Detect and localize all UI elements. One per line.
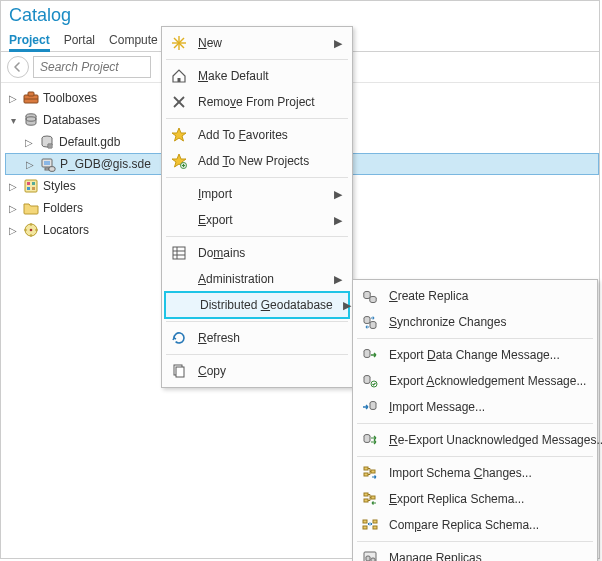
svg-rect-52: [364, 499, 368, 502]
tab-portal[interactable]: Portal: [64, 30, 95, 51]
svg-rect-49: [364, 473, 368, 476]
menu-import[interactable]: Import ▶: [164, 181, 350, 207]
menu-export-data-change[interactable]: Export Data Change Message...: [355, 342, 595, 368]
svg-rect-13: [27, 187, 30, 190]
svg-marker-28: [172, 128, 186, 141]
menu-label: Export Data Change Message...: [389, 348, 587, 362]
menu-separator: [166, 236, 348, 237]
menu-label: Add To New Projects: [198, 154, 342, 168]
menu-export-schema[interactable]: Export Replica Schema...: [355, 486, 595, 512]
expand-icon[interactable]: ▷: [24, 159, 36, 170]
expand-icon[interactable]: ▷: [23, 137, 35, 148]
menu-manage-replicas[interactable]: Manage Replicas: [355, 545, 595, 561]
tree-label: Default.gdb: [59, 135, 120, 149]
back-button[interactable]: [7, 56, 29, 78]
toolbox-icon: [23, 90, 39, 106]
blank-icon: [172, 296, 190, 314]
menu-export-ack[interactable]: Export Acknowledgement Message...: [355, 368, 595, 394]
tab-project[interactable]: Project: [9, 30, 50, 51]
menu-separator: [166, 59, 348, 60]
menu-label: Import: [198, 187, 324, 201]
menu-label: Distributed Geodatabase: [200, 298, 333, 312]
menu-label: Manage Replicas: [389, 551, 587, 561]
search-input[interactable]: [33, 56, 151, 78]
menu-label: Export: [198, 213, 324, 227]
submenu-arrow-icon: ▶: [343, 299, 351, 312]
sde-database-icon: [40, 156, 56, 172]
menu-label: Create Replica: [389, 289, 587, 303]
menu-reexport-unack[interactable]: Re-Export Unacknowledged Messages...: [355, 427, 595, 453]
svg-rect-7: [44, 161, 50, 165]
tree-label: Locators: [43, 223, 89, 237]
menu-label: Refresh: [198, 331, 342, 345]
home-icon: [170, 67, 188, 85]
menu-administration[interactable]: Administration ▶: [164, 266, 350, 292]
menu-label: New: [198, 36, 324, 50]
collapse-icon[interactable]: ▾: [7, 115, 19, 126]
tree-label: Databases: [43, 113, 100, 127]
menu-export[interactable]: Export ▶: [164, 207, 350, 233]
menu-import-schema[interactable]: Import Schema Changes...: [355, 460, 595, 486]
styles-icon: [23, 178, 39, 194]
svg-rect-33: [173, 247, 185, 259]
svg-rect-12: [32, 182, 35, 185]
expand-icon[interactable]: ▷: [7, 181, 19, 192]
svg-rect-14: [32, 187, 35, 190]
menu-label: Export Replica Schema...: [389, 492, 587, 506]
submenu-distributed-geodatabase: Create Replica Synchronize Changes Expor…: [352, 279, 598, 561]
expand-icon[interactable]: ▷: [7, 203, 19, 214]
menu-label: Add To Favorites: [198, 128, 342, 142]
menu-synchronize-changes[interactable]: Synchronize Changes: [355, 309, 595, 335]
svg-rect-38: [176, 367, 184, 377]
menu-label: Synchronize Changes: [389, 315, 587, 329]
star-plus-icon: [170, 152, 188, 170]
menu-remove[interactable]: Remove From Project: [164, 89, 350, 115]
menu-separator: [357, 456, 593, 457]
tree-label: Folders: [43, 201, 83, 215]
menu-domains[interactable]: Domains: [164, 240, 350, 266]
copy-icon: [170, 362, 188, 380]
svg-rect-11: [27, 182, 30, 185]
expand-icon[interactable]: ▷: [7, 93, 19, 104]
menu-copy[interactable]: Copy: [164, 358, 350, 384]
export-schema-icon: [361, 490, 379, 508]
menu-label: Remove From Project: [198, 95, 342, 109]
menu-label: Administration: [198, 272, 324, 286]
export-data-icon: [361, 346, 379, 364]
menu-add-new-projects[interactable]: Add To New Projects: [164, 148, 350, 174]
blank-icon: [170, 270, 188, 288]
menu-create-replica[interactable]: Create Replica: [355, 283, 595, 309]
menu-label: Export Acknowledgement Message...: [389, 374, 587, 388]
menu-separator: [357, 338, 593, 339]
domains-icon: [170, 244, 188, 262]
svg-rect-54: [363, 520, 367, 523]
menu-make-default[interactable]: Make Default: [164, 63, 350, 89]
folder-icon: [23, 200, 39, 216]
menu-import-message[interactable]: Import Message...: [355, 394, 595, 420]
expand-icon[interactable]: ▷: [7, 225, 19, 236]
submenu-arrow-icon: ▶: [334, 273, 342, 286]
import-schema-icon: [361, 464, 379, 482]
remove-icon: [170, 93, 188, 111]
menu-add-favorites[interactable]: Add To Favorites: [164, 122, 350, 148]
svg-rect-10: [25, 180, 37, 192]
menu-new[interactable]: New ▶: [164, 30, 350, 56]
menu-separator: [166, 321, 348, 322]
menu-label: Domains: [198, 246, 342, 260]
menu-compare-schema[interactable]: Compare Replica Schema...: [355, 512, 595, 538]
menu-label: Compare Replica Schema...: [389, 518, 587, 532]
export-ack-icon: [361, 372, 379, 390]
menu-separator: [166, 177, 348, 178]
svg-rect-57: [373, 526, 377, 529]
menu-distributed-geodatabase[interactable]: Distributed Geodatabase ▶: [164, 291, 350, 319]
star-icon: [170, 126, 188, 144]
tab-compute[interactable]: Compute: [109, 30, 158, 51]
menu-separator: [357, 541, 593, 542]
refresh-icon: [170, 329, 188, 347]
reexport-icon: [361, 431, 379, 449]
menu-separator: [357, 423, 593, 424]
menu-separator: [166, 354, 348, 355]
menu-refresh[interactable]: Refresh: [164, 325, 350, 351]
create-replica-icon: [361, 287, 379, 305]
tree-label: Toolboxes: [43, 91, 97, 105]
